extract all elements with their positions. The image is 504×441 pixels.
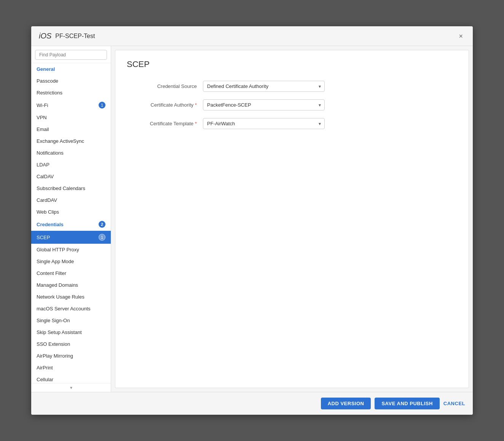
sidebar-item-managed-domains[interactable]: Managed Domains [31, 279, 111, 291]
sidebar-item-label: Passcode [37, 78, 58, 84]
sidebar-item-label: Subscribed Calendars [37, 185, 85, 191]
sidebar-item-label: Email [37, 126, 49, 132]
content-scroll: SCEP Credential SourceDefined Certificat… [115, 50, 469, 388]
field-label-certificate-authority: Certificate Authority * [127, 102, 203, 108]
nav-list: GeneralPasscodeRestrictionsWi-Fi1VPNEmai… [31, 63, 111, 383]
form-fields: Credential SourceDefined Certificate Aut… [127, 81, 457, 129]
save-publish-button[interactable]: SAVE AND PUBLISH [375, 398, 439, 409]
sidebar-item-skip-setup-assistant[interactable]: Skip Setup Assistant [31, 326, 111, 338]
sidebar: GeneralPasscodeRestrictionsWi-Fi1VPNEmai… [31, 46, 111, 392]
modal-footer: ADD VERSION SAVE AND PUBLISH CANCEL [31, 392, 473, 415]
form-group-certificate-authority: Certificate Authority *PacketFence-SCEP [127, 99, 457, 110]
sidebar-item-single-sign-on[interactable]: Single Sign-On [31, 315, 111, 326]
sidebar-item-passcode[interactable]: Passcode [31, 75, 111, 87]
sidebar-item-label: SSO Extension [37, 341, 70, 347]
field-label-credential-source: Credential Source [127, 83, 203, 89]
sidebar-item-label: Single Sign-On [37, 318, 70, 323]
sidebar-item-exchange[interactable]: Exchange ActiveSync [31, 135, 111, 147]
form-group-credential-source: Credential SourceDefined Certificate Aut… [127, 81, 457, 92]
sidebar-item-label: Skip Setup Assistant [37, 329, 82, 335]
sidebar-item-notifications[interactable]: Notifications [31, 147, 111, 159]
sidebar-item-label: AirPrint [37, 365, 53, 371]
content-panel: SCEP Credential SourceDefined Certificat… [115, 50, 469, 388]
modal-body: GeneralPasscodeRestrictionsWi-Fi1VPNEmai… [31, 46, 473, 392]
sidebar-item-label: LDAP [37, 162, 49, 168]
sidebar-item-label: Restrictions [37, 90, 62, 96]
search-input[interactable] [35, 50, 107, 60]
select-wrapper-certificate-template: PF-AirWatch [203, 118, 325, 129]
sidebar-item-label: Managed Domains [37, 282, 78, 288]
sidebar-item-caldav[interactable]: CalDAV [31, 171, 111, 182]
sidebar-item-general: General [31, 63, 111, 75]
sidebar-item-network-usage-rules[interactable]: Network Usage Rules [31, 291, 111, 303]
select-wrapper-credential-source: Defined Certificate AuthorityUploadUser … [203, 81, 325, 92]
sidebar-item-cellular[interactable]: Cellular [31, 374, 111, 383]
modal-header: iOS PF-SCEP-Test × [31, 26, 473, 46]
sidebar-item-label: Exchange ActiveSync [37, 138, 84, 144]
sidebar-item-sso-extension[interactable]: SSO Extension [31, 338, 111, 350]
sidebar-item-label: Global HTTP Proxy [37, 247, 79, 252]
sidebar-badge: 1 [99, 102, 105, 109]
sidebar-item-label: VPN [37, 115, 47, 120]
sidebar-item-global-http-proxy[interactable]: Global HTTP Proxy [31, 244, 111, 256]
sidebar-item-scep[interactable]: SCEP1 [31, 231, 111, 244]
sidebar-item-label: Web Clips [37, 209, 59, 215]
required-star: * [193, 121, 197, 126]
sidebar-item-web-clips[interactable]: Web Clips [31, 206, 111, 218]
sidebar-item-subscribed-calendars[interactable]: Subscribed Calendars [31, 182, 111, 194]
section-title: SCEP [127, 59, 457, 69]
sidebar-item-airprint[interactable]: AirPrint [31, 362, 111, 374]
sidebar-item-email[interactable]: Email [31, 123, 111, 135]
sidebar-item-airplay-mirroring[interactable]: AirPlay Mirroring [31, 350, 111, 362]
sidebar-item-label: CardDAV [37, 197, 57, 203]
sidebar-item-macos-server-accounts[interactable]: macOS Server Accounts [31, 303, 111, 315]
sidebar-item-ldap[interactable]: LDAP [31, 159, 111, 171]
form-group-certificate-template: Certificate Template *PF-AirWatch [127, 118, 457, 129]
sidebar-item-label: macOS Server Accounts [37, 306, 91, 312]
sidebar-item-label: General [37, 66, 55, 72]
select-wrapper-certificate-authority: PacketFence-SCEP [203, 99, 325, 110]
sidebar-item-label: Cellular [37, 377, 53, 382]
required-star: * [193, 102, 197, 108]
sidebar-item-label: CalDAV [37, 174, 54, 179]
add-version-button[interactable]: ADD VERSION [321, 398, 371, 409]
scroll-down-indicator: ▾ [31, 383, 111, 392]
sidebar-badge: 2 [99, 221, 105, 228]
select-credential-source[interactable]: Defined Certificate AuthorityUploadUser … [203, 81, 325, 92]
platform-label: iOS [39, 32, 51, 40]
field-label-certificate-template: Certificate Template * [127, 121, 203, 126]
select-certificate-authority[interactable]: PacketFence-SCEP [203, 99, 325, 110]
sidebar-item-label: AirPlay Mirroring [37, 353, 73, 359]
sidebar-item-label: Content Filter [37, 270, 66, 276]
search-container [31, 46, 111, 63]
sidebar-item-label: Network Usage Rules [37, 294, 85, 300]
sidebar-badge: 1 [99, 234, 105, 241]
sidebar-item-label: Credentials [37, 222, 64, 227]
sidebar-item-label: SCEP [37, 235, 50, 240]
sidebar-item-label: Notifications [37, 150, 64, 156]
sidebar-item-label: Wi-Fi [37, 102, 48, 108]
sidebar-item-label: Single App Mode [37, 259, 74, 264]
sidebar-item-wifi[interactable]: Wi-Fi1 [31, 99, 111, 112]
modal-window: iOS PF-SCEP-Test × GeneralPasscodeRestri… [31, 26, 473, 415]
content-area: SCEP Credential SourceDefined Certificat… [111, 46, 473, 392]
modal-title: PF-SCEP-Test [55, 33, 95, 40]
sidebar-item-single-app-mode[interactable]: Single App Mode [31, 256, 111, 267]
cancel-button[interactable]: CANCEL [443, 401, 465, 406]
content-border: SCEP Credential SourceDefined Certificat… [115, 50, 469, 388]
close-button[interactable]: × [456, 32, 465, 40]
sidebar-item-carddav[interactable]: CardDAV [31, 194, 111, 206]
sidebar-item-vpn[interactable]: VPN [31, 112, 111, 123]
sidebar-item-content-filter[interactable]: Content Filter [31, 267, 111, 279]
header-left: iOS PF-SCEP-Test [39, 32, 95, 40]
sidebar-item-credentials: Credentials2 [31, 218, 111, 231]
sidebar-item-restrictions[interactable]: Restrictions [31, 87, 111, 99]
select-certificate-template[interactable]: PF-AirWatch [203, 118, 325, 129]
